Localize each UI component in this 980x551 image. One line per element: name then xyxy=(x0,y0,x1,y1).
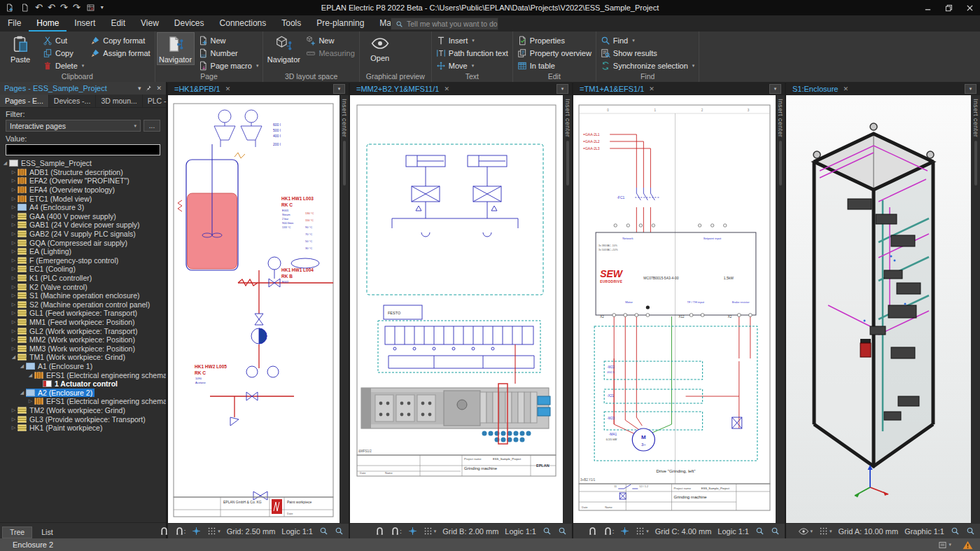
snap-icon[interactable] xyxy=(588,526,597,536)
menu-view[interactable]: View xyxy=(133,15,167,32)
tree-item[interactable]: ▷HK1 (Paint workpiece) xyxy=(0,424,166,433)
grid-size-label[interactable]: Grid: 2.50 mm xyxy=(227,527,276,536)
expander-icon[interactable]: ▷ xyxy=(10,204,18,210)
crosshair-icon[interactable] xyxy=(408,526,417,536)
close-icon[interactable]: ✕ xyxy=(156,85,162,92)
panel2-canvas[interactable]: FESTO xyxy=(350,95,563,523)
chevron-down-icon[interactable]: ▾ xyxy=(138,85,141,92)
sidebar-tab[interactable]: Devices -... xyxy=(49,95,97,107)
crosshair-icon[interactable] xyxy=(620,526,629,536)
grid-icon[interactable]: ▾ xyxy=(424,526,437,536)
insert-center-strip[interactable]: Insert center xyxy=(340,95,349,523)
paste-button[interactable]: Paste xyxy=(2,33,38,64)
sidebar-tab[interactable]: Pages - E... xyxy=(0,95,49,107)
layout-navigator-button[interactable]: Navigator xyxy=(265,33,302,64)
tree-item[interactable]: ▷K1 (PLC controller) xyxy=(0,274,166,283)
in-table-button[interactable]: In table xyxy=(515,60,594,71)
close-icon[interactable]: ✕ xyxy=(444,85,449,92)
path-function-text-button[interactable]: Path function text xyxy=(434,47,510,59)
tab-tree[interactable]: Tree xyxy=(2,526,32,538)
tree-root[interactable]: ◢ESS_Sample_Project xyxy=(0,159,166,168)
zoom-in-icon[interactable] xyxy=(951,526,960,536)
grid-size-label[interactable]: Grid C: 4.00 mm xyxy=(655,527,712,536)
expander-icon[interactable]: ▷ xyxy=(10,240,18,246)
grid-icon[interactable]: ▾ xyxy=(207,526,220,536)
zoom-mode-label[interactable]: Logic 1:1 xyxy=(281,527,313,536)
expander-icon[interactable]: ▷ xyxy=(10,417,18,422)
expander-icon[interactable]: ▷ xyxy=(10,178,18,183)
expander-icon[interactable]: ▷ xyxy=(10,196,18,202)
minimize-button[interactable] xyxy=(917,0,938,15)
insert-center-tab[interactable]: Insert center xyxy=(777,99,784,137)
tree-item[interactable]: ▷GAB1 (24 V device power supply) xyxy=(0,221,166,230)
insert-center-scrollbar[interactable] xyxy=(566,141,569,186)
expander-icon[interactable]: ▷ xyxy=(10,293,18,298)
insert-center-tab[interactable]: Insert center xyxy=(341,99,348,137)
copy-format-button[interactable]: Copy format xyxy=(88,34,152,46)
tree-item[interactable]: ▷EA (Lighting) xyxy=(0,247,166,256)
pages-panel-header[interactable]: Pages - ESS_Sample_Project ▾ ✕ xyxy=(0,82,166,95)
tree-item[interactable]: ▷EFS1 (Electrical engineering schematic) xyxy=(0,397,166,406)
expander-icon[interactable]: ▷ xyxy=(10,222,18,228)
show-results-button[interactable]: Show results xyxy=(598,47,697,59)
expander-icon[interactable]: ▷ xyxy=(10,249,18,254)
expander-icon[interactable]: ▷ xyxy=(10,187,18,193)
zoom-mode-label[interactable]: Graphic 1:1 xyxy=(904,527,944,536)
close-button[interactable] xyxy=(959,0,980,15)
zoom-mode-label[interactable]: Logic 1:1 xyxy=(718,527,749,536)
panel4-canvas[interactable] xyxy=(786,95,971,523)
grid-size-label[interactable]: Grid A: 10.00 mm xyxy=(839,527,899,536)
grid-size-label[interactable]: Grid B: 2.00 mm xyxy=(442,527,498,536)
tree-item[interactable]: ▷GL2 (Work workpiece: Transport) xyxy=(0,326,166,335)
insert-center-strip[interactable]: Insert center xyxy=(563,95,572,523)
expander-icon[interactable]: ▷ xyxy=(10,231,18,237)
tree-item[interactable]: ▷MM1 (Feed workpiece: Position) xyxy=(0,318,166,327)
pin-icon[interactable] xyxy=(145,85,152,92)
filter-more-button[interactable]: ... xyxy=(144,120,160,132)
expander-icon[interactable]: ▷ xyxy=(10,266,18,272)
delete-placeholders-icon[interactable] xyxy=(85,4,96,12)
tree-item[interactable]: ▷GQA (Compressed air supply) xyxy=(0,238,166,247)
tab-list-dropdown[interactable]: ▾ xyxy=(333,84,345,94)
redo-drop-icon[interactable]: ↷ xyxy=(73,0,80,15)
menu-home[interactable]: Home xyxy=(29,15,66,32)
tree-item[interactable]: ▷EFA2 (Overview "PROFINET") xyxy=(0,176,166,186)
menu-insert[interactable]: Insert xyxy=(66,15,103,32)
customize-qat-icon[interactable]: ▾ xyxy=(101,0,104,15)
page-macro-button[interactable]: Page macro▾ xyxy=(196,60,261,71)
tree-item[interactable]: ▷GAB2 (24 V supply PLC signals) xyxy=(0,230,166,239)
move-button[interactable]: Move▾ xyxy=(434,60,510,71)
grid-icon[interactable]: ▾ xyxy=(636,526,649,536)
tree-item[interactable]: ▷A4 (Enclosure 3) xyxy=(0,203,166,212)
expander-icon[interactable]: ◢ xyxy=(10,354,18,360)
tree-item[interactable]: ▷GAA (400 V power supply) xyxy=(0,212,166,221)
expander-icon[interactable]: ▷ xyxy=(27,398,34,404)
page-navigator-button[interactable]: Navigator xyxy=(158,33,194,64)
expander-icon[interactable]: ▷ xyxy=(10,275,18,281)
expander-icon[interactable]: ▷ xyxy=(10,284,18,290)
insert-text-button[interactable]: Insert▾ xyxy=(434,34,510,46)
new-page-button[interactable]: New xyxy=(196,34,261,46)
menu-devices[interactable]: Devices xyxy=(167,15,212,32)
menu-connections[interactable]: Connections xyxy=(212,15,274,32)
menu-pre-planning[interactable]: Pre-planning xyxy=(309,15,372,32)
expander-icon[interactable]: ▷ xyxy=(10,337,18,342)
insert-center-scrollbar[interactable] xyxy=(974,141,977,186)
tree-item[interactable]: ▷ADB1 (Structure description) xyxy=(0,168,166,177)
expander-icon[interactable]: ◢ xyxy=(1,160,9,166)
zoom-mode-label[interactable]: Logic 1:1 xyxy=(505,527,536,536)
insert-center-tab[interactable]: Insert center xyxy=(972,99,979,137)
properties-button[interactable]: Properties xyxy=(515,34,594,46)
tree-item[interactable]: 1 Actuator control xyxy=(0,379,166,389)
tree-item[interactable]: ◢A2 (Enclosure 2) xyxy=(0,388,166,397)
tree-item[interactable]: ▷MM2 (Work workpiece: Position) xyxy=(0,335,166,344)
tab-mm2-mfs11[interactable]: =MM2+B2.Y1&MFS11/1✕ xyxy=(354,85,452,93)
zoom-in-icon[interactable] xyxy=(755,526,764,536)
expander-icon[interactable]: ▷ xyxy=(10,425,18,431)
expander-icon[interactable]: ▷ xyxy=(10,407,18,413)
close-icon[interactable]: ✕ xyxy=(225,85,231,92)
filter-dropdown[interactable]: Interactive pages ▾ xyxy=(6,120,141,132)
insert-center-tab[interactable]: Insert center xyxy=(564,99,571,137)
open-preview-button[interactable]: Open xyxy=(362,33,398,63)
zoom-out-icon[interactable] xyxy=(966,526,975,536)
